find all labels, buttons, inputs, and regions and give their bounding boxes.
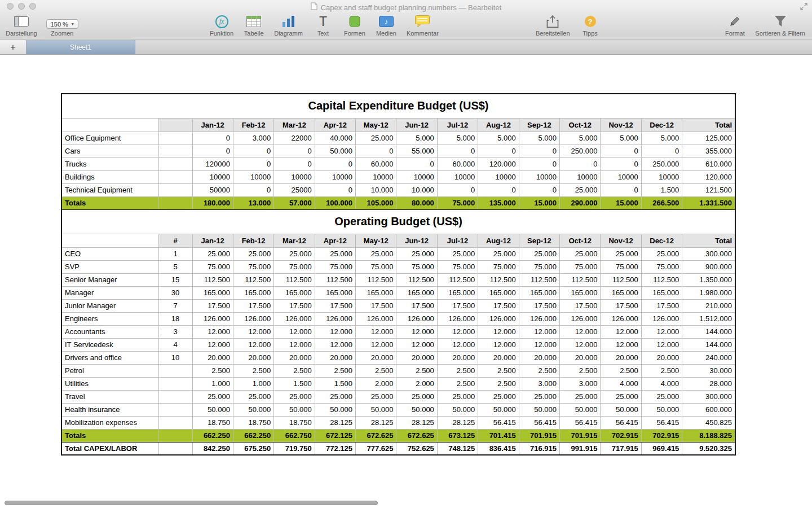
column-header-cell[interactable]: Total (682, 118, 735, 132)
data-cell[interactable]: 2.500 (274, 364, 315, 377)
data-cell[interactable] (158, 390, 192, 403)
data-cell[interactable] (158, 442, 192, 455)
data-cell[interactable] (158, 416, 192, 429)
data-cell[interactable]: 1.331.500 (682, 196, 735, 209)
data-cell[interactable]: 12.000 (560, 325, 601, 338)
data-cell[interactable]: 0 (233, 144, 273, 157)
column-header-cell[interactable]: Dec-12 (641, 234, 682, 247)
data-cell[interactable]: 702.915 (601, 429, 641, 442)
data-cell[interactable]: 0 (560, 157, 601, 170)
data-cell[interactable]: 250.000 (560, 144, 601, 157)
data-cell[interactable]: 10000 (192, 170, 233, 183)
data-cell[interactable]: 28.125 (437, 416, 478, 429)
data-cell[interactable]: 12.000 (233, 325, 273, 338)
data-cell[interactable]: 50.000 (192, 403, 233, 416)
data-cell[interactable]: 50.000 (315, 403, 355, 416)
sort-filter-button[interactable]: Sortieren & Filtern (755, 14, 805, 37)
data-cell[interactable]: 10000 (274, 170, 315, 183)
data-cell[interactable]: 75.000 (641, 260, 682, 273)
data-cell[interactable]: 30.000 (682, 364, 735, 377)
row-label-cell[interactable]: Mobilization expenses (61, 416, 158, 429)
data-cell[interactable]: 144.000 (682, 338, 735, 351)
data-cell[interactable]: 165.000 (560, 286, 601, 299)
data-cell[interactable]: 10000 (396, 170, 437, 183)
data-cell[interactable]: 165.000 (601, 286, 641, 299)
data-cell[interactable]: 20.000 (560, 351, 601, 364)
data-cell[interactable]: 25.000 (560, 247, 601, 260)
row-label-cell[interactable]: Accountants (61, 325, 158, 338)
data-cell[interactable]: 56.415 (560, 416, 601, 429)
data-cell[interactable]: 2.500 (601, 364, 641, 377)
data-cell[interactable]: 112.500 (396, 273, 437, 286)
data-cell[interactable] (158, 132, 192, 144)
data-cell[interactable]: 56.415 (478, 416, 519, 429)
data-cell[interactable]: 0 (315, 157, 355, 170)
data-cell[interactable]: 60.000 (437, 157, 478, 170)
data-cell[interactable]: 25.000 (396, 390, 437, 403)
row-label-cell[interactable]: Totals (61, 429, 158, 442)
data-cell[interactable]: 17.500 (641, 299, 682, 312)
data-cell[interactable]: 969.415 (641, 442, 682, 455)
data-cell[interactable]: 165.000 (233, 286, 273, 299)
data-cell[interactable]: 20.000 (356, 351, 396, 364)
data-cell[interactable]: 1.000 (192, 377, 233, 390)
data-cell[interactable]: 165.000 (519, 286, 559, 299)
data-cell[interactable]: 126.000 (233, 312, 273, 325)
data-cell[interactable]: 17.500 (519, 299, 559, 312)
data-cell[interactable]: 1.500 (315, 377, 355, 390)
data-cell[interactable]: 2.500 (478, 377, 519, 390)
data-cell[interactable]: 210.000 (682, 299, 735, 312)
column-header-cell[interactable]: Jan-12 (192, 234, 233, 247)
data-cell[interactable]: 0 (641, 144, 682, 157)
data-cell[interactable]: 50000 (192, 183, 233, 196)
data-cell[interactable]: 25000 (274, 183, 315, 196)
shapes-button[interactable]: Formen (343, 14, 366, 37)
data-cell[interactable]: 112.500 (437, 273, 478, 286)
data-cell[interactable]: 12.000 (274, 338, 315, 351)
row-label-cell[interactable]: Petrol (61, 364, 158, 377)
data-cell[interactable]: 18.750 (274, 416, 315, 429)
data-cell[interactable]: 75.000 (519, 260, 559, 273)
data-cell[interactable]: 50.000 (396, 403, 437, 416)
data-cell[interactable]: 610.000 (682, 157, 735, 170)
data-cell[interactable]: 12.000 (641, 325, 682, 338)
data-cell[interactable]: 50.000 (601, 403, 641, 416)
data-cell[interactable]: 112.500 (641, 273, 682, 286)
fullscreen-icon[interactable] (800, 2, 807, 12)
data-cell[interactable]: 75.000 (192, 260, 233, 273)
data-cell[interactable]: 18.750 (192, 416, 233, 429)
data-cell[interactable]: 0 (274, 157, 315, 170)
column-header-cell[interactable]: Mar-12 (274, 234, 315, 247)
data-cell[interactable]: 165.000 (437, 286, 478, 299)
spreadsheet-canvas[interactable]: Capital Expenditure Budget (US$)Jan-12Fe… (0, 55, 812, 508)
data-cell[interactable]: 25.000 (641, 247, 682, 260)
data-cell[interactable]: 9.520.325 (682, 442, 735, 455)
data-cell[interactable]: 12.000 (274, 325, 315, 338)
data-cell[interactable]: 126.000 (356, 312, 396, 325)
data-cell[interactable]: 126.000 (396, 312, 437, 325)
data-cell[interactable]: 2.500 (315, 364, 355, 377)
data-cell[interactable]: 17.500 (356, 299, 396, 312)
row-label-cell[interactable]: Buildings (61, 170, 158, 183)
data-cell[interactable] (158, 403, 192, 416)
data-cell[interactable]: 75.000 (233, 260, 273, 273)
data-cell[interactable]: 12.000 (478, 325, 519, 338)
data-cell[interactable]: 0 (192, 144, 233, 157)
data-cell[interactable]: 126.000 (437, 312, 478, 325)
data-cell[interactable]: 10000 (437, 170, 478, 183)
data-cell[interactable]: 12.000 (478, 338, 519, 351)
data-cell[interactable]: 2.500 (437, 377, 478, 390)
row-label-cell[interactable]: Manager (61, 286, 158, 299)
data-cell[interactable]: 50.000 (274, 403, 315, 416)
data-cell[interactable]: 135.000 (478, 196, 519, 209)
media-button[interactable]: ♪ Medien (375, 14, 398, 37)
data-cell[interactable]: 17.500 (233, 299, 273, 312)
data-cell[interactable]: 56.415 (641, 416, 682, 429)
column-header-cell[interactable]: Nov-12 (601, 234, 641, 247)
data-cell[interactable]: 5 (158, 260, 192, 273)
data-cell[interactable]: 716.915 (519, 442, 559, 455)
data-cell[interactable]: 112.500 (192, 273, 233, 286)
data-cell[interactable]: 290.000 (560, 196, 601, 209)
data-cell[interactable]: 10000 (560, 170, 601, 183)
row-label-cell[interactable]: IT Servicedesk (61, 338, 158, 351)
